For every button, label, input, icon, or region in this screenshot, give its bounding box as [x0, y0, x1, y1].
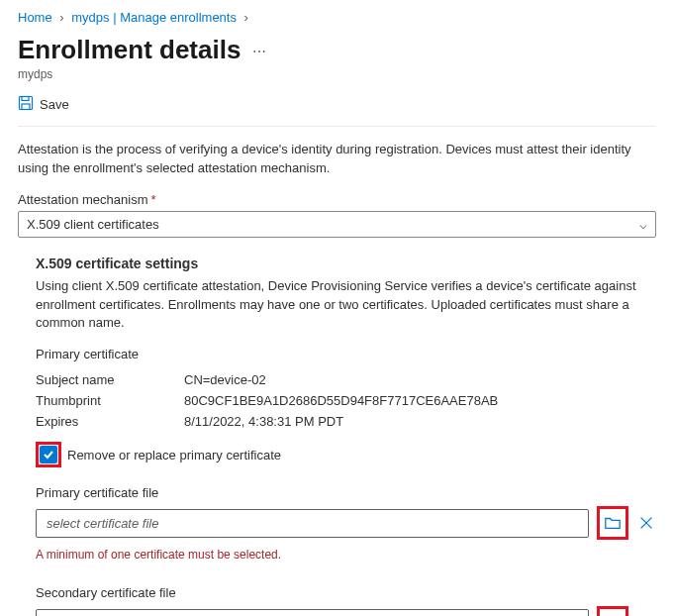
- chevron-down-icon: ⌵: [639, 217, 647, 232]
- expires-value: 8/11/2022, 4:38:31 PM PDT: [184, 414, 656, 429]
- x509-settings-heading: X.509 certificate settings: [36, 256, 656, 271]
- clear-icon[interactable]: [636, 513, 656, 533]
- secondary-file-input[interactable]: select certificate file: [36, 609, 589, 616]
- attestation-mechanism-select[interactable]: X.509 client certificates ⌵: [18, 211, 656, 238]
- primary-file-input[interactable]: select certificate file: [36, 509, 589, 538]
- remove-replace-label: Remove or replace primary certificate: [67, 448, 281, 462]
- subject-name-value: CN=device-02: [184, 372, 656, 387]
- page-subtitle: mydps: [18, 67, 656, 81]
- save-button[interactable]: Save: [40, 97, 69, 112]
- breadcrumb-resource[interactable]: mydps | Manage enrollments: [71, 10, 237, 25]
- chevron-right-icon: ›: [59, 10, 63, 25]
- highlight-box: [36, 442, 61, 467]
- highlight-box: [597, 506, 628, 540]
- thumbprint-label: Thumbprint: [36, 393, 184, 408]
- certificate-error: A minimum of one certificate must be sel…: [36, 548, 656, 562]
- primary-certificate-label: Primary certificate: [36, 347, 656, 361]
- svg-rect-2: [22, 104, 30, 110]
- thumbprint-value: 80C9CF1BE9A1D2686D55D94F8F7717CE6AAE78AB: [184, 393, 656, 408]
- attestation-mechanism-value: X.509 client certificates: [27, 217, 159, 232]
- chevron-right-icon: ›: [244, 10, 248, 25]
- primary-file-label: Primary certificate file: [36, 485, 656, 500]
- expires-label: Expires: [36, 414, 184, 429]
- secondary-file-label: Secondary certificate file: [36, 585, 656, 600]
- folder-icon[interactable]: [603, 513, 623, 533]
- page-title: Enrollment details: [18, 35, 241, 65]
- more-icon[interactable]: ⋯: [252, 38, 268, 59]
- remove-replace-checkbox[interactable]: [40, 446, 57, 463]
- attestation-mechanism-label: Attestation mechanism*: [18, 192, 656, 207]
- breadcrumb-home[interactable]: Home: [18, 10, 52, 25]
- attestation-description: Attestation is the process of verifying …: [18, 141, 656, 178]
- breadcrumb: Home › mydps | Manage enrollments ›: [18, 10, 656, 25]
- highlight-box: [597, 606, 628, 616]
- svg-rect-1: [22, 97, 29, 101]
- save-icon[interactable]: [18, 95, 34, 114]
- toolbar: Save: [18, 91, 656, 122]
- x509-settings-description: Using client X.509 certificate attestati…: [36, 277, 656, 334]
- subject-name-label: Subject name: [36, 372, 184, 387]
- required-indicator: *: [151, 192, 156, 207]
- divider: [18, 126, 656, 127]
